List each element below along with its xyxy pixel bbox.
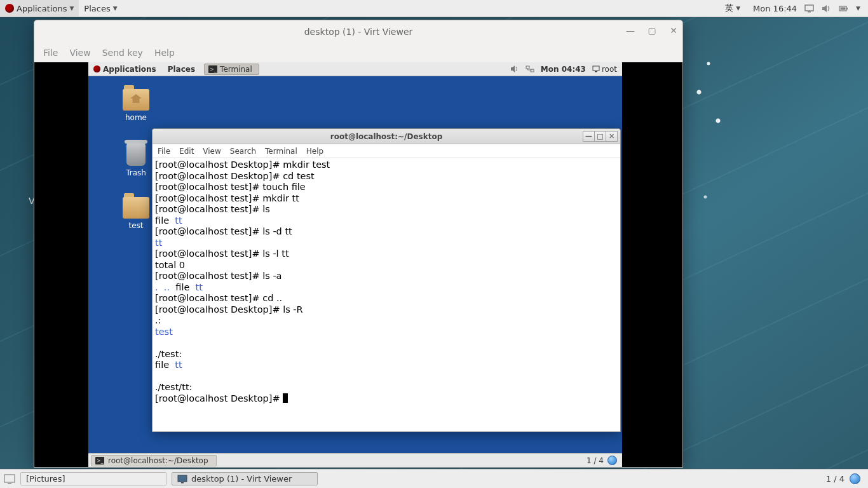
display-icon[interactable] — [804, 4, 814, 13]
vv-menu-view[interactable]: View — [69, 48, 90, 58]
host-workspace-indicator[interactable]: 1 / 4 — [826, 474, 844, 484]
volume-icon[interactable] — [822, 4, 831, 13]
svg-rect-15 — [4, 475, 15, 482]
term-menu-file[interactable]: File — [158, 147, 170, 156]
guest-applications-label: Applications — [103, 65, 156, 74]
svg-rect-0 — [805, 5, 813, 11]
terminal-body[interactable]: [root@localhost Desktop]# mkdir test[roo… — [153, 158, 620, 431]
svg-marker-8 — [511, 65, 515, 72]
host-top-panel: Applications ▼ Places ▼ 英 ▼ Mon 16:44 ▼ — [0, 0, 868, 17]
redhat-icon — [93, 65, 100, 72]
svg-rect-11 — [593, 66, 599, 71]
workspace-switcher-icon[interactable] — [850, 473, 860, 484]
guest-top-panel: Applications Places >_ Terminal Mon 04:4… — [88, 62, 622, 76]
guest-places-menu[interactable]: Places — [165, 62, 198, 76]
close-button[interactable]: ✕ — [668, 25, 679, 36]
network-icon[interactable] — [526, 65, 534, 72]
term-menu-help[interactable]: Help — [306, 147, 323, 156]
folder-home-icon — [123, 89, 149, 111]
guest-bottom-task[interactable]: >_ root@localhost:~/Desktop — [91, 455, 217, 466]
vv-menu-help[interactable]: Help — [154, 48, 175, 58]
trash-icon — [126, 143, 146, 166]
guest-task-label: Terminal — [220, 65, 252, 74]
virt-viewer-display[interactable]: Applications Places >_ Terminal Mon 04:4… — [34, 62, 682, 467]
user-icon — [592, 65, 600, 72]
svg-text:>_: >_ — [210, 67, 217, 72]
minimize-button[interactable]: — — [583, 131, 595, 142]
host-task-pictures[interactable]: [Pictures] — [20, 472, 166, 485]
battery-icon[interactable] — [839, 4, 848, 13]
terminal-menubar: File Edit View Search Terminal Help — [153, 144, 620, 158]
host-task-virtviewer[interactable]: desktop (1) - Virt Viewer — [172, 472, 318, 485]
host-clock[interactable]: Mon 16:44 — [753, 4, 797, 13]
guest-bottom-task-label: root@localhost:~/Desktop — [108, 456, 208, 465]
svg-rect-17 — [178, 475, 187, 482]
vv-menu-file[interactable]: File — [43, 48, 58, 58]
host-places-label: Places — [84, 4, 110, 13]
terminal-icon: >_ — [208, 65, 217, 73]
guest-workspace-indicator[interactable]: 1 / 4 — [587, 456, 604, 465]
host-applications-label: Applications — [17, 4, 67, 13]
terminal-icon: >_ — [95, 457, 104, 464]
desktop-icon-home[interactable]: home — [114, 89, 158, 122]
minimize-button[interactable]: — — [625, 25, 635, 36]
chevron-down-icon: ▼ — [736, 5, 740, 11]
terminal-window: root@localhost:~/Desktop — □ ✕ File Edit… — [152, 128, 621, 432]
svg-text:>_: >_ — [97, 458, 104, 464]
host-places-menu[interactable]: Places ▼ — [79, 0, 122, 17]
virt-viewer-titlebar[interactable]: desktop (1) - Virt Viewer — ▢ ✕ — [34, 20, 682, 43]
guest-applications-menu[interactable]: Applications — [91, 62, 159, 76]
svg-rect-18 — [181, 482, 184, 484]
maximize-button[interactable]: ▢ — [647, 25, 657, 36]
virt-viewer-title: desktop (1) - Virt Viewer — [304, 27, 413, 37]
host-ime-indicator[interactable]: 英 ▼ — [720, 3, 745, 14]
term-menu-terminal[interactable]: Terminal — [265, 147, 297, 156]
terminal-titlebar[interactable]: root@localhost:~/Desktop — □ ✕ — [153, 129, 620, 144]
guest-bottom-panel: >_ root@localhost:~/Desktop 1 / 4 — [88, 453, 622, 467]
guest-desktop: Applications Places >_ Terminal Mon 04:4… — [88, 62, 622, 467]
maximize-button[interactable]: □ — [594, 131, 606, 142]
virt-viewer-window: desktop (1) - Virt Viewer — ▢ ✕ File Vie… — [34, 20, 683, 468]
host-bottom-panel: [Pictures] desktop (1) - Virt Viewer 1 /… — [0, 469, 868, 488]
guest-desktop-area[interactable]: home Trash test root@localhost:~/Desktop… — [88, 76, 622, 453]
redhat-icon — [5, 4, 14, 13]
chevron-down-icon: ▼ — [113, 5, 118, 11]
svg-rect-12 — [595, 71, 597, 72]
svg-rect-4 — [846, 8, 848, 10]
show-desktop-button[interactable] — [4, 474, 15, 484]
term-menu-edit[interactable]: Edit — [179, 147, 194, 156]
host-applications-menu[interactable]: Applications ▼ — [0, 0, 79, 17]
terminal-title: root@localhost:~/Desktop — [330, 132, 443, 141]
close-button[interactable]: ✕ — [606, 131, 618, 142]
host-task-label: [Pictures] — [26, 474, 65, 484]
workspace-switcher-icon[interactable] — [607, 456, 617, 465]
guest-places-label: Places — [168, 65, 195, 74]
vv-menu-sendkey[interactable]: Send key — [102, 48, 143, 58]
svg-rect-5 — [841, 7, 846, 10]
guest-user-label: root — [602, 65, 617, 74]
host-task-label: desktop (1) - Virt Viewer — [191, 474, 292, 484]
guest-user-menu[interactable]: root — [592, 65, 617, 74]
ime-label: 英 — [725, 3, 733, 14]
folder-icon — [123, 197, 149, 219]
guest-task-terminal[interactable]: >_ Terminal — [204, 64, 259, 75]
volume-icon[interactable] — [511, 65, 519, 72]
svg-rect-9 — [526, 66, 529, 69]
desktop-icon-label: home — [114, 113, 158, 122]
virt-viewer-menubar: File View Send key Help — [34, 43, 682, 62]
chevron-down-icon[interactable]: ▼ — [856, 5, 860, 11]
svg-rect-1 — [808, 11, 811, 13]
display-icon — [177, 475, 187, 484]
guest-clock[interactable]: Mon 04:43 — [541, 65, 586, 74]
chevron-down-icon: ▼ — [69, 5, 74, 11]
svg-marker-2 — [822, 5, 827, 12]
term-menu-search[interactable]: Search — [230, 147, 256, 156]
svg-rect-16 — [8, 483, 11, 484]
term-menu-view[interactable]: View — [203, 147, 220, 156]
